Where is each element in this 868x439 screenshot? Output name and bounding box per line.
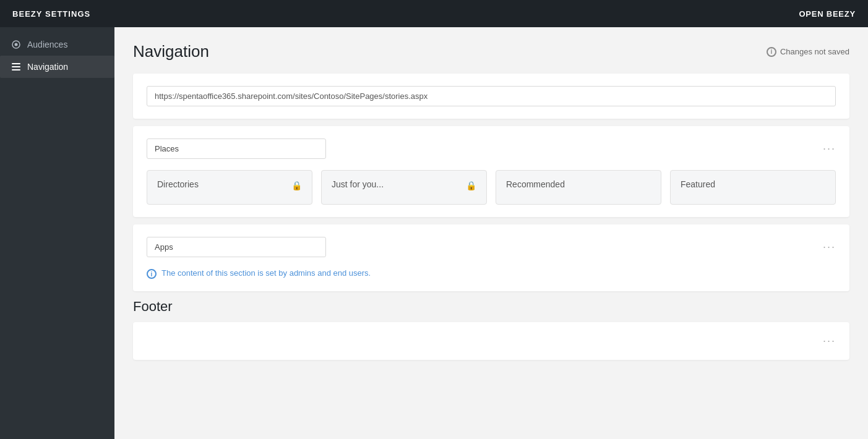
apps-card-header: ··· (147, 237, 836, 257)
sub-card-just-for-you[interactable]: Just for you... 🔒 (321, 170, 487, 205)
apps-info-text: The content of this section is set by ad… (161, 268, 371, 278)
app-layout: Audiences Navigation Navigation i Change… (0, 27, 868, 439)
url-input[interactable] (147, 86, 836, 106)
apps-label-input[interactable] (147, 237, 326, 257)
svg-rect-3 (12, 66, 20, 67)
sidebar-navigation-label: Navigation (27, 62, 68, 72)
changes-status: i Changes not saved (767, 47, 849, 57)
url-input-row (147, 86, 836, 106)
footer-title: Footer (133, 299, 849, 315)
page-title: Navigation (133, 42, 209, 61)
svg-point-1 (15, 43, 18, 46)
open-beezy-button[interactable]: OPEN BEEZY (799, 9, 856, 19)
lock-icon-directories: 🔒 (291, 181, 302, 190)
just-for-you-label: Just for you... (332, 179, 384, 189)
recommended-label: Recommended (506, 179, 565, 189)
places-more-button[interactable]: ··· (823, 142, 836, 155)
footer-card: ··· (133, 322, 849, 360)
apps-info-row: i The content of this section is set by … (147, 268, 836, 279)
footer-more-button[interactable]: ··· (823, 335, 836, 347)
changes-status-text: Changes not saved (780, 47, 849, 56)
apps-card: ··· i The content of this section is set… (133, 224, 849, 291)
sidebar-item-audiences[interactable]: Audiences (0, 33, 114, 56)
footer-section: Footer ··· (133, 299, 849, 360)
places-card-header: ··· (147, 139, 836, 159)
main-content: Navigation i Changes not saved ··· Direc… (114, 27, 868, 439)
lock-icon-just-for-you: 🔒 (466, 181, 476, 190)
menu-lines-icon (11, 62, 21, 72)
url-card (133, 74, 849, 119)
sub-card-featured[interactable]: Featured (670, 170, 836, 205)
places-sub-cards: Directories 🔒 Just for you... 🔒 Recommen… (147, 170, 836, 205)
sidebar-item-navigation[interactable]: Navigation (0, 56, 114, 78)
info-icon: i (767, 47, 776, 57)
sub-card-directories[interactable]: Directories 🔒 (147, 170, 312, 205)
page-header: Navigation i Changes not saved (133, 42, 849, 61)
circle-dot-icon (11, 40, 21, 49)
sidebar: Audiences Navigation (0, 27, 114, 439)
sub-card-recommended[interactable]: Recommended (496, 170, 661, 205)
svg-rect-4 (12, 69, 20, 70)
app-title: BEEZY SETTINGS (12, 9, 90, 19)
places-card: ··· Directories 🔒 Just for you... 🔒 Reco… (133, 126, 849, 217)
topbar: BEEZY SETTINGS OPEN BEEZY (0, 0, 868, 27)
featured-label: Featured (681, 179, 715, 189)
places-label-input[interactable] (147, 139, 326, 159)
svg-rect-2 (12, 63, 20, 64)
sidebar-audiences-label: Audiences (27, 40, 67, 49)
apps-more-button[interactable]: ··· (823, 241, 836, 254)
apps-info-icon: i (147, 269, 157, 279)
directories-label: Directories (157, 179, 199, 189)
